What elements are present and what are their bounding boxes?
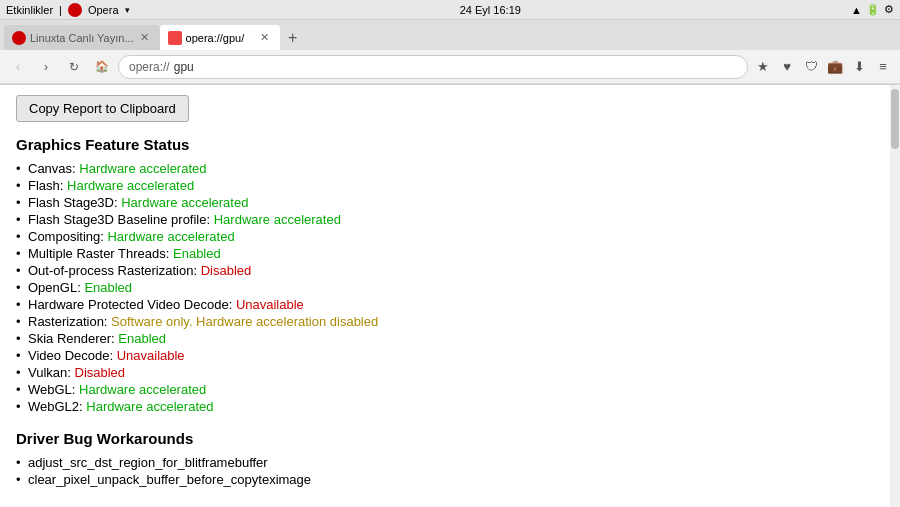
reload-button[interactable]: ↻ [62, 55, 86, 79]
list-item: Flash Stage3D Baseline profile: Hardware… [16, 212, 874, 227]
driver-item-1: clear_pixel_unpack_buffer_before_copytex… [28, 472, 311, 487]
feature-label: OpenGL: [28, 280, 84, 295]
feature-label: WebGL: [28, 382, 79, 397]
taskbar-opera-label[interactable]: Opera [88, 4, 119, 16]
list-item: Canvas: Hardware accelerated [16, 161, 874, 176]
list-item: WebGL2: Hardware accelerated [16, 399, 874, 414]
feature-value: Hardware accelerated [86, 399, 213, 414]
list-item: Skia Renderer: Enabled [16, 331, 874, 346]
feature-value: Hardware accelerated [79, 382, 206, 397]
feature-value: Hardware accelerated [121, 195, 248, 210]
tab-gpu-title: opera://gpu/ [186, 32, 254, 44]
nav-bar: ‹ › ↻ 🏠 opera:// gpu ★ ♥ 🛡 💼 ⬇ ≡ [0, 50, 900, 84]
taskbar-divider: | [59, 4, 62, 16]
battery-icon: 🔋 [866, 3, 880, 16]
list-item: Rasterization: Software only. Hardware a… [16, 314, 874, 329]
opera-circle-icon [68, 3, 82, 17]
feature-label: Compositing: [28, 229, 107, 244]
feature-label: Skia Renderer: [28, 331, 118, 346]
feature-value: Hardware accelerated [79, 161, 206, 176]
feature-label: Hardware Protected Video Decode: [28, 297, 236, 312]
tab-linuxta-favicon [12, 31, 26, 45]
taskbar-activities-label[interactable]: Etkinlikler [6, 4, 53, 16]
list-item: Multiple Raster Threads: Enabled [16, 246, 874, 261]
back-button[interactable]: ‹ [6, 55, 30, 79]
list-item: Hardware Protected Video Decode: Unavail… [16, 297, 874, 312]
list-item: Compositing: Hardware accelerated [16, 229, 874, 244]
shield-icon[interactable]: 🛡 [800, 56, 822, 78]
heart-icon[interactable]: ♥ [776, 56, 798, 78]
os-taskbar: Etkinlikler | Opera ▾ 24 Eyl 16:19 ▲ 🔋 ⚙ [0, 0, 900, 20]
list-item: adjust_src_dst_region_for_blitframebuffe… [16, 455, 874, 470]
home-button[interactable]: 🏠 [90, 55, 114, 79]
page-content: Copy Report to Clipboard Graphics Featur… [0, 85, 890, 507]
feature-label: Vulkan: [28, 365, 75, 380]
feature-label: Flash Stage3D Baseline profile: [28, 212, 214, 227]
copy-report-button[interactable]: Copy Report to Clipboard [16, 95, 189, 122]
feature-value: Software only. Hardware acceleration dis… [111, 314, 378, 329]
settings-icon: ⚙ [884, 3, 894, 16]
taskbar-time: 24 Eyl 16:19 [460, 4, 521, 16]
feature-label: Canvas: [28, 161, 79, 176]
menu-icon[interactable]: ≡ [872, 56, 894, 78]
feature-label: Multiple Raster Threads: [28, 246, 173, 261]
list-item: clear_pixel_unpack_buffer_before_copytex… [16, 472, 874, 487]
feature-value: Hardware accelerated [107, 229, 234, 244]
feature-label: Out-of-process Rasterization: [28, 263, 201, 278]
list-item: Flash Stage3D: Hardware accelerated [16, 195, 874, 210]
list-item: Vulkan: Disabled [16, 365, 874, 380]
tab-gpu-favicon [168, 31, 182, 45]
taskbar-chevron-icon: ▾ [125, 5, 130, 15]
list-item: OpenGL: Enabled [16, 280, 874, 295]
feature-label: Rasterization: [28, 314, 111, 329]
nav-right-icons: ★ ♥ 🛡 💼 ⬇ ≡ [752, 56, 894, 78]
feature-value: Unavailable [236, 297, 304, 312]
address-bar[interactable]: opera:// gpu [118, 55, 748, 79]
tab-gpu-close[interactable]: ✕ [258, 31, 272, 45]
tab-linuxta[interactable]: Linuxta Canlı Yayın... ✕ [4, 25, 160, 50]
feature-value: Disabled [75, 365, 126, 380]
graphics-section-title: Graphics Feature Status [16, 136, 874, 153]
address-path: gpu [174, 60, 737, 74]
graphics-feature-list: Canvas: Hardware accelerated Flash: Hard… [16, 161, 874, 414]
scrollbar-thumb[interactable] [891, 89, 899, 149]
driver-item-0: adjust_src_dst_region_for_blitframebuffe… [28, 455, 268, 470]
new-tab-button[interactable]: + [280, 25, 306, 50]
scrollbar[interactable] [890, 85, 900, 507]
feature-label: Flash: [28, 178, 67, 193]
feature-value: Disabled [201, 263, 252, 278]
forward-button[interactable]: › [34, 55, 58, 79]
tab-bar: Linuxta Canlı Yayın... ✕ opera://gpu/ ✕ … [0, 20, 900, 50]
tab-gpu[interactable]: opera://gpu/ ✕ [160, 25, 280, 50]
tab-linuxta-title: Linuxta Canlı Yayın... [30, 32, 134, 44]
download-icon[interactable]: ⬇ [848, 56, 870, 78]
feature-value: Unavailable [117, 348, 185, 363]
taskbar-left: Etkinlikler | Opera ▾ [6, 3, 130, 17]
wifi-icon: ▲ [851, 4, 862, 16]
driver-section-title: Driver Bug Workarounds [16, 430, 874, 447]
wallet-icon[interactable]: 💼 [824, 56, 846, 78]
feature-value: Hardware accelerated [67, 178, 194, 193]
feature-value: Enabled [84, 280, 132, 295]
bookmark-icon[interactable]: ★ [752, 56, 774, 78]
feature-value: Enabled [173, 246, 221, 261]
list-item: Video Decode: Unavailable [16, 348, 874, 363]
browser-chrome: Linuxta Canlı Yayın... ✕ opera://gpu/ ✕ … [0, 20, 900, 85]
list-item: Out-of-process Rasterization: Disabled [16, 263, 874, 278]
address-scheme: opera:// [129, 60, 170, 74]
feature-label: Flash Stage3D: [28, 195, 121, 210]
driver-feature-list: adjust_src_dst_region_for_blitframebuffe… [16, 455, 874, 487]
feature-label: Video Decode: [28, 348, 117, 363]
feature-value: Enabled [118, 331, 166, 346]
feature-label: WebGL2: [28, 399, 86, 414]
tab-linuxta-close[interactable]: ✕ [138, 31, 152, 45]
taskbar-right-icons: ▲ 🔋 ⚙ [851, 3, 894, 16]
list-item: WebGL: Hardware accelerated [16, 382, 874, 397]
list-item: Flash: Hardware accelerated [16, 178, 874, 193]
feature-value: Hardware accelerated [214, 212, 341, 227]
page-wrapper: Copy Report to Clipboard Graphics Featur… [0, 85, 900, 507]
